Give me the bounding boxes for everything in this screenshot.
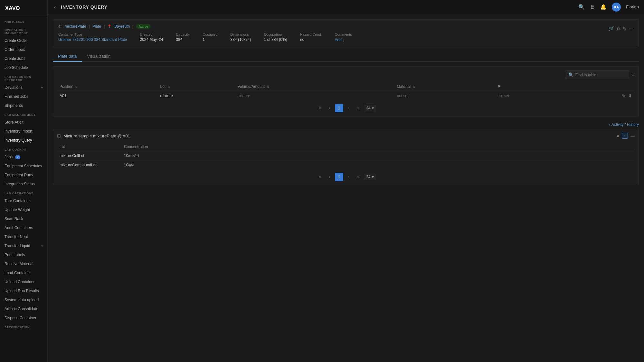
mixture-col-concentration: Concentration: [121, 143, 635, 151]
sidebar-item-label: Transfer Liquid: [5, 244, 30, 248]
activity-history-link[interactable]: › Activity / History: [53, 120, 639, 129]
sidebar-item-label: Job Schedule: [5, 65, 28, 70]
sidebar-item-ad-hoc-consolidate[interactable]: Ad-hoc Consolidate: [0, 304, 47, 313]
sidebar-badge: 2: [15, 155, 20, 159]
sidebar-section-lab-operations: LAB OPERATIONS: [0, 189, 47, 196]
sidebar-item-deviations[interactable]: Deviations▾: [0, 83, 47, 92]
sidebar-item-finished-jobs[interactable]: Finished Jobs: [0, 92, 47, 101]
mixture-page-prev[interactable]: ‹: [325, 173, 334, 181]
breadcrumb-plate[interactable]: Plate: [92, 24, 101, 29]
container-type-value[interactable]: Greiner 781201-906 384 Standard Plate: [58, 37, 127, 42]
bell-icon[interactable]: 🔔: [600, 4, 607, 10]
sidebar-item-integration-status[interactable]: Integration Status: [0, 180, 47, 189]
page-1[interactable]: 1: [335, 104, 343, 112]
sidebar-item-jobs[interactable]: Jobs2: [0, 153, 47, 162]
sidebar-item-scan-rack[interactable]: Scan Rack: [0, 214, 47, 223]
sidebar-item-job-schedule[interactable]: Job Schedule: [0, 63, 47, 72]
tabs: Plate data Visualization: [53, 51, 639, 62]
flag-icon: ⚑: [497, 84, 501, 89]
sidebar-item-label: Scan Rack: [5, 217, 23, 221]
mixture-page-first[interactable]: «: [316, 173, 324, 181]
sidebar-item-update-weight[interactable]: Update Weight: [0, 205, 47, 214]
status-badge: Active: [136, 24, 151, 29]
sidebar-item-audit-containers[interactable]: Audit Containers: [0, 223, 47, 232]
field-dimensions: Dimensions 384 (16x24): [231, 32, 251, 42]
chevron-right-icon: ›: [609, 122, 610, 127]
mixture-page-next[interactable]: ›: [345, 173, 353, 181]
sidebar-item-label: Integration Status: [5, 182, 35, 186]
tab-visualization[interactable]: Visualization: [82, 51, 116, 62]
sidebar-item-shipments[interactable]: Shipments: [0, 101, 47, 110]
sidebar-item-print-labels[interactable]: Print Labels: [0, 250, 47, 259]
container-header: 🏷 mixturePlate | Plate | 📍 Bayreuth | Ac…: [53, 19, 639, 47]
sidebar-item-order-inbox[interactable]: Order Inbox: [0, 45, 47, 54]
add-comment-link[interactable]: Add ↓: [335, 37, 352, 42]
collapse-icon[interactable]: —: [629, 26, 633, 31]
page-size-selector[interactable]: 24 ▾: [364, 105, 376, 111]
search-input[interactable]: [575, 73, 626, 77]
back-button[interactable]: ‹: [53, 3, 57, 11]
sidebar-item-tare-container[interactable]: Tare Container: [0, 196, 47, 205]
page-first[interactable]: «: [316, 104, 324, 112]
col-lot[interactable]: Lot ⇅: [158, 82, 235, 91]
sidebar-item-transfer-neat[interactable]: Transfer Neat: [0, 232, 47, 241]
page-prev[interactable]: ‹: [325, 104, 334, 112]
sidebar-item-inventory-import[interactable]: Inventory Import: [0, 127, 47, 136]
sidebar-item-load-container[interactable]: Load Container: [0, 268, 47, 277]
tab-plate-data[interactable]: Plate data: [53, 51, 82, 62]
sidebar-item-equipment-runs[interactable]: Equipment Runs: [0, 171, 47, 180]
search-icon[interactable]: 🔍: [578, 4, 585, 10]
row-actions: ✎ ⬇: [570, 93, 632, 98]
mixture-header-actions: ≡ ↑ —: [617, 133, 635, 139]
topbar-right: 🔍 🖥 🔔 XA Florian: [578, 3, 639, 12]
field-comments: Comments Add ↓: [335, 32, 352, 42]
avatar-initials: XA: [614, 5, 619, 9]
page-last[interactable]: »: [354, 104, 363, 112]
sidebar-item-store-audit[interactable]: Store Audit: [0, 118, 47, 127]
avatar[interactable]: XA: [612, 3, 621, 12]
sidebar-item-label: Create Jobs: [5, 56, 25, 61]
cart-icon[interactable]: 🛒: [609, 26, 614, 31]
mixture-page-size-selector[interactable]: 24 ▾: [364, 174, 376, 180]
sidebar-item-receive-material[interactable]: Receive Material: [0, 259, 47, 268]
breadcrumb-location[interactable]: Bayreuth: [114, 24, 130, 29]
sidebar-item-inventory-query[interactable]: Inventory Query: [0, 136, 47, 145]
mixture-pagination: « ‹ 1 › » 24 ▾: [57, 173, 635, 181]
table-header-row: Position ⇅ Lot ⇅ Volume/Amount ⇅ Materia…: [57, 82, 635, 91]
monitor-icon[interactable]: 🖥: [590, 4, 595, 10]
search-box[interactable]: 🔍: [565, 70, 629, 79]
sidebar-item-label: Unload Container: [5, 280, 34, 284]
mixture-page-last[interactable]: »: [354, 173, 363, 181]
table-options-icon[interactable]: ≡: [632, 72, 635, 78]
svg-text:XAVO: XAVO: [5, 5, 20, 11]
mixture-conc-2: 10mM: [121, 161, 635, 170]
sidebar-item-unload-container[interactable]: Unload Container: [0, 277, 47, 286]
page-next[interactable]: ›: [345, 104, 353, 112]
mixture-export-icon[interactable]: ↑: [622, 133, 628, 139]
breadcrumb-mixture-plate[interactable]: mixturePlate: [65, 24, 86, 29]
edit-row-icon[interactable]: ✎: [622, 93, 626, 98]
sidebar-item-label: Audit Containers: [5, 226, 33, 230]
col-volume-amount[interactable]: Volume/Amount ⇅: [235, 82, 394, 91]
edit-icon[interactable]: ✎: [622, 26, 626, 31]
copy-icon[interactable]: ⧉: [617, 26, 620, 31]
mixture-collapse-icon[interactable]: —: [630, 134, 635, 138]
table-toolbar: 🔍 ≡: [57, 70, 635, 79]
download-row-icon[interactable]: ⬇: [628, 93, 632, 98]
sidebar-item-system-data-upload[interactable]: System data upload: [0, 295, 47, 304]
sidebar-item-create-jobs[interactable]: Create Jobs: [0, 54, 47, 63]
sidebar-item-transfer-liquid[interactable]: Transfer Liquid▾: [0, 241, 47, 250]
mixture-options-icon[interactable]: ≡: [617, 134, 619, 138]
container-fields: Container Type Greiner 781201-906 384 St…: [58, 32, 633, 42]
col-position[interactable]: Position ⇅: [57, 82, 158, 91]
sidebar-item-label: Equipment Schedules: [5, 164, 42, 168]
sidebar-item-equipment-schedules[interactable]: Equipment Schedules: [0, 162, 47, 171]
sort-lot-icon: ⇅: [167, 85, 170, 88]
username: Florian: [626, 5, 639, 9]
mixture-page-1[interactable]: 1: [335, 173, 343, 181]
sidebar-item-upload-run-results[interactable]: Upload Run Results: [0, 286, 47, 295]
comments-value: Add ↓: [335, 37, 352, 42]
col-material[interactable]: Material ⇅: [394, 82, 495, 91]
sidebar-item-create-order[interactable]: Create Order: [0, 36, 47, 45]
sidebar-item-dispose-container[interactable]: Dispose Container: [0, 313, 47, 322]
